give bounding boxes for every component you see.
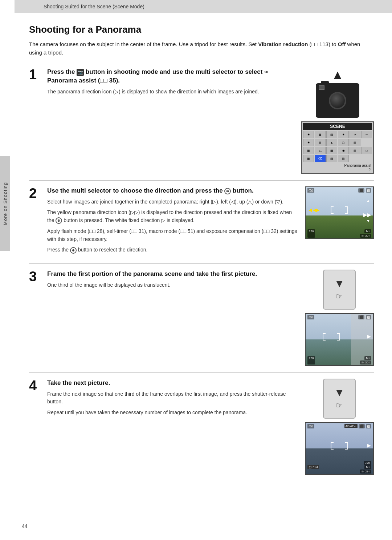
screen-hud-right: ⬛ ▩ (358, 188, 371, 193)
screen-hud-top-3: ⌫ ⬛ ▩ (306, 314, 373, 321)
menu-icon-cell: ✦ (338, 131, 349, 138)
menu-help-icon: ? (303, 168, 372, 172)
menu-icon-cell: ☀ (350, 131, 360, 138)
count-720-3: 720 (307, 356, 315, 364)
menu-icons-row3: ▦ 11 ▦ ◉ ▤ □ (303, 147, 372, 154)
camera-icon: 📷 (77, 69, 84, 76)
menu-icon-cell: ▤ (350, 139, 360, 146)
step-3-body: One third of the image will be displayed… (47, 281, 299, 289)
screen-hud-top-4: ⌫ AE/AF-L ⬛ ▩ (306, 423, 373, 430)
shutter-arrow-down: ▼ (334, 278, 344, 290)
bottom-left-4: ▢ End (307, 461, 319, 473)
menu-icon-cell: ✸ (303, 131, 314, 138)
shutter-arrow-down-4: ▼ (334, 387, 344, 399)
screen-hud-top: ⌫ ⬛ ▩ (306, 187, 373, 194)
menu-icon-cell: ▤ (315, 139, 326, 146)
side-tab: More on Shooting (0, 156, 10, 251)
menu-icon-cell: ▤ (326, 155, 337, 162)
pano-arrow-right-4: ▶ (367, 443, 371, 448)
step-2-body3: Apply flash mode (□□ 28), self-timer (□□… (47, 227, 299, 243)
step-2-text: Use the multi selector to choose the dir… (47, 186, 299, 257)
menu-icon-cell: ◉ (338, 147, 349, 154)
screen-hud-bottom-4: ▢ End 720 M↓ IN 29↑ (306, 460, 373, 474)
menu-icon-cell: ▩ (315, 131, 326, 138)
step-3-row: 3 Frame the first portion of the panoram… (29, 270, 374, 366)
lcd-icon-battery: ⬛ (358, 188, 364, 193)
screen-right-arrow: ▶▶ (363, 212, 371, 218)
step-1-number: 1 (29, 65, 37, 82)
menu-icon-cell: □ (361, 147, 372, 154)
step-2-number-col: 2 (29, 186, 47, 200)
badge-30-3: IN 30↑ (360, 360, 371, 364)
divider-2 (29, 263, 374, 264)
screen-hud-bottom: 720 M↓ IN 30↑ (306, 229, 373, 238)
side-tab-label: More on Shooting (3, 182, 8, 225)
menu-icon-cell: ▨ (326, 131, 337, 138)
step-4-shutter-btn: ▼ ☞ (323, 379, 356, 419)
camera-body (316, 83, 359, 118)
step-3-number-col: 3 (29, 270, 47, 283)
screen-hud-bottom-3: 720 M↓ IN 30↑ (306, 355, 373, 365)
menu-icons-row4: ▦ ⌫ ▤ ▤ (303, 155, 372, 162)
step-1-row: 1 Press the 📷 button in shooting mode an… (29, 68, 374, 174)
step-1-number-col: 1 (29, 68, 47, 81)
menu-icon-cell: ▤ (338, 155, 349, 162)
screen-hud-right-3: ⬛ ▩ (358, 315, 371, 319)
bottom-right-4: 720 M↓ IN 29↑ (360, 461, 371, 473)
screen-up-arrow: ▲ (366, 198, 370, 203)
step-4-body1: Frame the next image so that one third o… (47, 390, 299, 406)
step-4-row: 4 Take the next picture. Frame the next … (29, 379, 374, 475)
intro-text2: ( (308, 41, 311, 47)
intro-ref1: □□ 113 (311, 41, 328, 47)
page-number: 44 (22, 523, 28, 529)
camera-top-btn (321, 81, 329, 85)
menu-icon-cell: ✸ (303, 139, 314, 146)
step-2-images: ⌫ ⬛ ▩ ▲ ◀ ◀▶ (305, 186, 374, 239)
step-4-section: 4 Take the next picture. Frame the next … (29, 379, 374, 475)
screen-hud-left-3: ⌫ (307, 315, 314, 319)
step-1-text: Press the 📷 button in shooting mode and … (47, 68, 295, 98)
bracket-r-3 (337, 333, 340, 340)
screen-overlay-3: ⌫ ⬛ ▩ ▶ (306, 314, 373, 365)
brackets-3 (323, 333, 340, 340)
divider-1 (29, 180, 374, 181)
menu-icon-cell: ▲ (326, 139, 337, 146)
count-badge-720: 720 (307, 229, 315, 238)
step-2-header: Use the multi selector to choose the dir… (47, 186, 299, 195)
bracket-left (331, 206, 334, 214)
camera-lens (329, 92, 346, 109)
pano-arrow-right-3: ▶ (367, 334, 371, 339)
menu-screen: SCENE ✸ ▩ ▨ ✦ ☀ ─ ✸ ▤ (301, 121, 374, 174)
main-content: Shooting Suited for the Scene (Scene Mod… (15, 0, 392, 540)
page: More on Shooting Shooting Suited for the… (0, 0, 392, 540)
top-header: Shooting Suited for the Scene (Scene Mod… (15, 0, 392, 13)
menu-icon-cell: ▦ (326, 147, 337, 154)
step-3-header: Frame the first portion of the panorama … (47, 270, 299, 278)
lcd-icon-bat-3: ⬛ (358, 315, 364, 319)
badge-m-3: M↓ (364, 356, 371, 360)
step-1-header: Press the 📷 button in shooting mode and … (47, 68, 295, 85)
menu-icon-cell: ─ (361, 131, 372, 138)
step-4-text: Take the next picture. Frame the next im… (47, 379, 299, 420)
step-4-number-col: 4 (29, 379, 47, 392)
step-1-body: The panorama direction icon (▷) is displ… (47, 88, 295, 96)
shutter-hand-icon-4: ☞ (336, 401, 343, 410)
lcd-icon-card: ▩ (366, 188, 371, 193)
divider-3 (29, 372, 374, 373)
step-2-body1: Select how images are joined together in… (47, 198, 299, 206)
lcd-icon-card-4: ▩ (366, 424, 371, 428)
step-2-body2: The yellow panorama direction icon (▷▷) … (47, 209, 299, 224)
ok-button-icon-3: ⊗ (70, 247, 77, 254)
step-3-section: 3 Frame the first portion of the panoram… (29, 270, 374, 366)
step-2-number: 2 (29, 184, 37, 201)
menu-icon-cell-highlight: ⌫ (315, 155, 326, 162)
menu-label: Panorama assist (303, 164, 372, 168)
ok-end-badge: ▢ End (307, 465, 319, 469)
ok-button-icon-2: ⊗ (56, 217, 62, 224)
step-2-row: 2 Use the multi selector to choose the d… (29, 186, 374, 257)
step-1-images: ▲ SCENE ✸ ▩ ▨ (301, 68, 374, 174)
pano-icon: ⌫ (264, 69, 268, 75)
menu-icons-row1: ✸ ▩ ▨ ✦ ☀ ─ (303, 131, 372, 138)
up-arrow-icon: ▲ (331, 68, 344, 82)
step-4-body2: Repeat until you have taken the necessar… (47, 409, 299, 417)
